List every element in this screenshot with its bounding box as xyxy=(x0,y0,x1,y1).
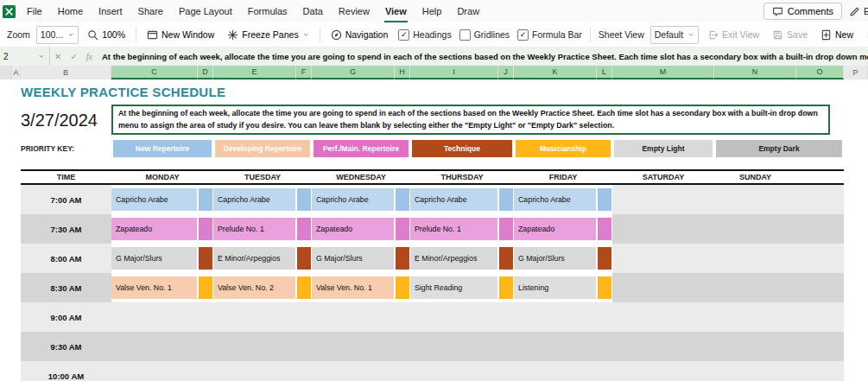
cell-extra[interactable] xyxy=(796,244,844,273)
time-cell[interactable]: 8:30 AM xyxy=(21,273,111,302)
instructions-textbox[interactable]: At the beginning of each week, allocate … xyxy=(111,105,830,135)
cell-saturday[interactable] xyxy=(612,244,714,273)
freeze-panes-button[interactable]: Freeze Panes xyxy=(223,28,313,42)
area-tag-tuesday[interactable] xyxy=(297,218,311,240)
area-tag-tuesday[interactable] xyxy=(297,188,311,211)
tab-review[interactable]: Review xyxy=(331,0,377,22)
zoom-100-button[interactable]: 100% xyxy=(83,28,130,42)
column-header-o[interactable]: O xyxy=(796,66,844,79)
area-tag-wednesday[interactable] xyxy=(396,247,409,270)
comments-button[interactable]: Comments xyxy=(763,3,842,20)
entry-cell-tuesday[interactable]: Capricho Arabe xyxy=(213,188,295,211)
area-tag-monday[interactable] xyxy=(199,188,212,211)
area-tag-thursday[interactable] xyxy=(499,188,513,211)
formula-bar-content[interactable]: At the beginning of each week, allocate … xyxy=(97,52,868,61)
tab-draw[interactable]: Draw xyxy=(449,0,487,22)
insert-function-icon[interactable]: fx xyxy=(82,52,97,61)
column-header-a[interactable]: A xyxy=(12,66,21,79)
area-tag-wednesday[interactable] xyxy=(396,218,409,240)
header-monday[interactable]: MONDAY xyxy=(111,169,213,185)
area-tag-monday[interactable] xyxy=(199,276,212,299)
cell-extra[interactable] xyxy=(796,273,844,302)
entry-cell-tuesday[interactable]: Valse Ven. No. 2 xyxy=(213,276,295,299)
column-header-f[interactable]: F xyxy=(296,66,312,79)
select-all-corner[interactable] xyxy=(0,66,12,79)
key-technique[interactable]: Technique xyxy=(412,140,512,157)
cell-saturday[interactable] xyxy=(612,273,714,302)
editing-mode-button[interactable]: Editing xyxy=(849,6,868,17)
tab-formulas[interactable]: Formulas xyxy=(240,0,295,22)
entry-cell-friday[interactable]: Capricho Arabe xyxy=(514,188,596,211)
tab-view[interactable]: View xyxy=(377,0,415,22)
header-thursday[interactable]: THURSDAY xyxy=(410,169,514,185)
entry-cell-friday[interactable]: Zapateado xyxy=(514,218,596,240)
area-tag-thursday[interactable] xyxy=(499,247,513,270)
entry-cell-thursday[interactable]: Prelude No. 1 xyxy=(410,218,497,240)
tab-help[interactable]: Help xyxy=(415,0,450,22)
cell-sunday[interactable] xyxy=(714,273,796,302)
time-cell[interactable]: 9:00 AM xyxy=(21,302,111,332)
area-tag-tuesday[interactable] xyxy=(297,276,311,299)
tab-share[interactable]: Share xyxy=(130,0,171,22)
page-title[interactable]: WEEKLY PRACTICE SCHEDULE xyxy=(21,79,410,104)
cell-saturday[interactable] xyxy=(612,185,714,214)
area-tag-friday[interactable] xyxy=(598,188,611,211)
time-cell[interactable]: 7:30 AM xyxy=(21,214,111,244)
tab-page-layout[interactable]: Page Layout xyxy=(171,0,240,22)
entry-cell-friday[interactable]: Listening xyxy=(514,276,596,299)
key-empty-dark[interactable]: Empty Dark xyxy=(716,140,842,157)
column-header-e[interactable]: E xyxy=(213,66,296,79)
entry-cell-wednesday[interactable]: Zapateado xyxy=(312,218,394,240)
area-tag-wednesday[interactable] xyxy=(396,276,409,299)
area-tag-friday[interactable] xyxy=(598,247,611,270)
tab-data[interactable]: Data xyxy=(295,0,331,22)
gridlines-checkbox[interactable]: Gridlines xyxy=(458,29,511,41)
empty-slots[interactable] xyxy=(111,332,844,361)
column-header-b[interactable]: B xyxy=(21,66,111,79)
entry-cell-wednesday[interactable]: G Major/Slurs xyxy=(312,247,394,270)
navigation-button[interactable]: Navigation xyxy=(326,28,393,42)
column-header-g[interactable]: G xyxy=(312,66,395,79)
entry-cell-wednesday[interactable]: Capricho Arabe xyxy=(312,188,394,211)
tab-file[interactable]: File xyxy=(19,0,50,22)
area-tag-thursday[interactable] xyxy=(499,276,513,299)
area-tag-monday[interactable] xyxy=(199,218,212,240)
header-friday[interactable]: FRIDAY xyxy=(514,169,612,185)
cell-extra[interactable] xyxy=(796,185,844,214)
zoom-dropdown[interactable]: 100... xyxy=(36,26,79,44)
cell-sunday[interactable] xyxy=(714,214,796,244)
header-sunday[interactable]: SUNDAY xyxy=(714,169,796,185)
entry-cell-monday[interactable]: Capricho Arabe xyxy=(111,188,197,211)
column-header-p[interactable]: P xyxy=(844,66,868,79)
entry-cell-thursday[interactable]: Sight Reading xyxy=(410,276,497,299)
entry-cell-thursday[interactable]: E Minor/Arpeggios xyxy=(410,247,497,270)
column-header-d[interactable]: D xyxy=(198,66,213,79)
entry-cell-thursday[interactable]: Capricho Arabe xyxy=(410,188,497,211)
time-cell[interactable]: 9:30 AM xyxy=(21,332,111,361)
time-cell[interactable]: 7:00 AM xyxy=(21,185,111,214)
header-saturday[interactable]: SATURDAY xyxy=(612,169,714,185)
column-header-k[interactable]: K xyxy=(514,66,597,79)
column-header-h[interactable]: H xyxy=(395,66,410,79)
area-tag-monday[interactable] xyxy=(199,247,212,270)
name-box[interactable]: 2 xyxy=(0,47,50,66)
column-header-l[interactable]: L xyxy=(597,66,612,79)
entry-cell-monday[interactable]: G Major/Slurs xyxy=(111,247,197,270)
entry-cell-tuesday[interactable]: Prelude No. 1 xyxy=(213,218,295,240)
key-musicianship[interactable]: Musicianship xyxy=(516,140,611,157)
header-tuesday[interactable]: TUESDAY xyxy=(213,169,312,185)
key-new-repertoire[interactable]: New Repertoire xyxy=(113,140,212,157)
cell-sunday[interactable] xyxy=(714,185,796,214)
formula-bar-checkbox[interactable]: Formula Bar xyxy=(516,29,584,41)
area-tag-friday[interactable] xyxy=(598,218,611,240)
tab-home[interactable]: Home xyxy=(50,0,91,22)
empty-slots[interactable] xyxy=(111,361,844,381)
tab-insert[interactable]: Insert xyxy=(91,0,130,22)
cell-sunday[interactable] xyxy=(714,244,796,273)
entry-cell-monday[interactable]: Valse Ven. No. 1 xyxy=(111,276,197,299)
time-cell[interactable]: 10:00 AM xyxy=(21,361,111,381)
area-tag-thursday[interactable] xyxy=(499,218,513,240)
week-date-cell[interactable]: 3/27/2024 xyxy=(21,104,111,137)
column-header-j[interactable]: J xyxy=(498,66,514,79)
key-empty-light[interactable]: Empty Light xyxy=(614,140,713,157)
